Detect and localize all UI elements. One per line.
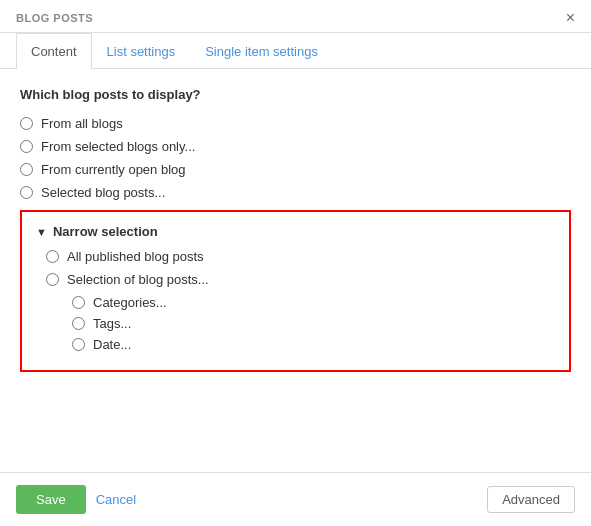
radio-date-label: Date... (93, 337, 131, 352)
narrow-selection-header: ▼ Narrow selection (36, 224, 555, 239)
tab-single-item-settings[interactable]: Single item settings (190, 33, 333, 69)
radio-selected-blogs-label: From selected blogs only... (41, 139, 195, 154)
radio-current-blog[interactable]: From currently open blog (20, 162, 571, 177)
radio-tags-label: Tags... (93, 316, 131, 331)
arrow-icon: ▼ (36, 226, 47, 238)
radio-current-blog-label: From currently open blog (41, 162, 186, 177)
close-button[interactable]: × (566, 10, 575, 26)
radio-all-blogs-input[interactable] (20, 117, 33, 130)
main-radio-group: From all blogs From selected blogs only.… (20, 116, 571, 200)
radio-selection-of-posts[interactable]: Selection of blog posts... (36, 272, 555, 287)
dialog-footer: Save Cancel Advanced (0, 472, 591, 526)
radio-categories[interactable]: Categories... (36, 295, 555, 310)
radio-categories-label: Categories... (93, 295, 167, 310)
narrow-selection-box: ▼ Narrow selection All published blog po… (20, 210, 571, 372)
radio-selected-posts[interactable]: Selected blog posts... (20, 185, 571, 200)
radio-tags-input[interactable] (72, 317, 85, 330)
tabs-container: Content List settings Single item settin… (0, 33, 591, 69)
radio-selection-of-posts-label: Selection of blog posts... (67, 272, 209, 287)
dialog-header: BLOG POSTS × (0, 0, 591, 33)
tab-list-settings[interactable]: List settings (92, 33, 191, 69)
radio-selected-blogs[interactable]: From selected blogs only... (20, 139, 571, 154)
radio-selection-of-posts-input[interactable] (46, 273, 59, 286)
radio-current-blog-input[interactable] (20, 163, 33, 176)
radio-selected-blogs-input[interactable] (20, 140, 33, 153)
radio-selected-posts-input[interactable] (20, 186, 33, 199)
narrow-selection-label: Narrow selection (53, 224, 158, 239)
tab-content[interactable]: Content (16, 33, 92, 69)
advanced-button[interactable]: Advanced (487, 486, 575, 513)
section-question: Which blog posts to display? (20, 87, 571, 102)
save-button[interactable]: Save (16, 485, 86, 514)
radio-all-published-input[interactable] (46, 250, 59, 263)
dialog-body: Which blog posts to display? From all bl… (0, 69, 591, 472)
radio-date-input[interactable] (72, 338, 85, 351)
radio-selected-posts-label: Selected blog posts... (41, 185, 165, 200)
dialog-title: BLOG POSTS (16, 12, 93, 24)
radio-all-published[interactable]: All published blog posts (36, 249, 555, 264)
radio-categories-input[interactable] (72, 296, 85, 309)
radio-all-blogs-label: From all blogs (41, 116, 123, 131)
radio-date[interactable]: Date... (36, 337, 555, 352)
cancel-button[interactable]: Cancel (96, 492, 136, 507)
radio-all-blogs[interactable]: From all blogs (20, 116, 571, 131)
radio-tags[interactable]: Tags... (36, 316, 555, 331)
dialog: BLOG POSTS × Content List settings Singl… (0, 0, 591, 526)
radio-all-published-label: All published blog posts (67, 249, 204, 264)
